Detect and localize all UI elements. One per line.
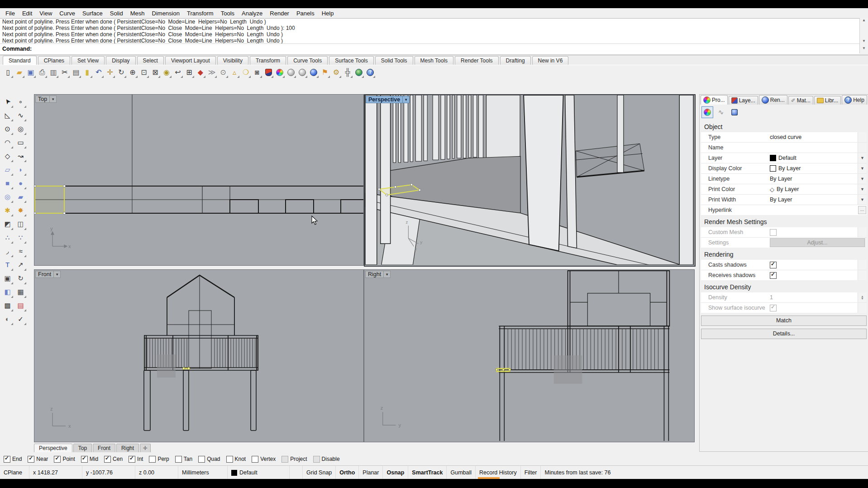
viewport-top-dropdown-icon[interactable]: ▼ bbox=[50, 96, 57, 103]
viewport-top-label[interactable]: Top ▼ bbox=[35, 96, 57, 103]
statusbar-toggle-planar[interactable]: Planar bbox=[359, 466, 383, 479]
panel-tab-mat[interactable]: ✐Mat... bbox=[788, 96, 813, 105]
isocurve-properties-icon[interactable] bbox=[729, 106, 740, 118]
osnap-disable[interactable]: Disable bbox=[313, 456, 340, 463]
offset-tool-icon[interactable]: ≈ bbox=[14, 244, 27, 258]
toolbar-tab-display[interactable]: Display bbox=[106, 56, 135, 65]
menu-solid[interactable]: Solid bbox=[106, 9, 127, 18]
osnap-knot-checkbox[interactable] bbox=[226, 456, 233, 463]
viewport-right-dropdown-icon[interactable]: ▼ bbox=[384, 271, 391, 278]
osnap-perp-checkbox[interactable] bbox=[149, 456, 156, 463]
undo-icon[interactable]: ↶ bbox=[93, 67, 104, 78]
curve-blend-tool-icon[interactable]: ↝ bbox=[14, 149, 27, 163]
osnap-knot[interactable]: Knot bbox=[226, 456, 246, 463]
osnap-near-checkbox[interactable] bbox=[28, 456, 34, 463]
options-icon[interactable]: ⚙ bbox=[331, 67, 342, 78]
menu-render[interactable]: Render bbox=[266, 9, 293, 18]
print-width-value[interactable]: By Layer bbox=[768, 196, 858, 203]
menu-surface[interactable]: Surface bbox=[79, 9, 106, 18]
toolbar-tab-visibility[interactable]: Visibility bbox=[217, 56, 248, 65]
select-tool-icon[interactable]: ➤ bbox=[1, 95, 14, 109]
point-tool-icon[interactable]: ∘ bbox=[14, 95, 27, 109]
menu-transform[interactable]: Transform bbox=[183, 9, 217, 18]
osnap-vertex-checkbox[interactable] bbox=[252, 456, 258, 463]
menu-file[interactable]: File bbox=[2, 9, 19, 18]
new-file-icon[interactable]: ▯ bbox=[3, 67, 14, 78]
osnap-disable-checkbox[interactable] bbox=[313, 456, 320, 463]
statusbar-toggle-osnap[interactable]: Osnap bbox=[383, 466, 408, 479]
osnap-point[interactable]: Point bbox=[54, 456, 75, 463]
ghosted-display-icon[interactable] bbox=[297, 67, 308, 78]
array-tool-icon[interactable]: ▦ bbox=[14, 285, 27, 299]
transform-icon[interactable]: ≫ bbox=[206, 67, 217, 78]
group-tool-icon[interactable]: ∵ bbox=[14, 231, 27, 244]
toolbar-tab-new-in-v6[interactable]: New in V6 bbox=[532, 56, 569, 65]
zoom-selected-icon[interactable]: ◉ bbox=[161, 67, 172, 78]
viewport-tab-right[interactable]: Right bbox=[116, 444, 139, 452]
viewport-tab-perspective[interactable]: Perspective bbox=[34, 444, 72, 452]
command-prompt-dropdown-icon[interactable]: ▼ bbox=[859, 43, 868, 53]
menu-view[interactable]: View bbox=[36, 9, 56, 18]
shade-tool-icon[interactable]: ◐ bbox=[1, 312, 14, 326]
record-history-tool-icon[interactable]: ▤ bbox=[14, 299, 27, 312]
toolbar-tab-standard[interactable]: Standard bbox=[3, 56, 37, 65]
menu-analyze[interactable]: Analyze bbox=[238, 9, 266, 18]
light-icon[interactable]: ❍ bbox=[240, 67, 251, 78]
layer-value[interactable]: Default bbox=[768, 155, 858, 161]
shaded-display-icon[interactable] bbox=[286, 67, 296, 78]
linetype-value[interactable]: By Layer bbox=[768, 176, 858, 182]
hyperlink-ellipsis-button[interactable]: ... bbox=[858, 206, 866, 214]
density-spinner[interactable]: ▲▼ bbox=[861, 295, 864, 300]
panel-tab-ren[interactable]: Ren... bbox=[759, 95, 787, 105]
osnap-cen[interactable]: Cen bbox=[104, 456, 123, 463]
point-cloud-tool-icon[interactable]: ∴ bbox=[1, 231, 14, 244]
toolbar-tab-solid-tools[interactable]: Solid Tools bbox=[375, 56, 413, 65]
casts-shadows-value[interactable] bbox=[768, 262, 858, 268]
viewport-perspective-label[interactable]: Perspective ▼ bbox=[366, 96, 410, 103]
viewport-right[interactable]: z y Right ▼ bbox=[364, 269, 695, 442]
toolbar-tab-set-view[interactable]: Set View bbox=[72, 56, 105, 65]
zoom-dynamic-icon[interactable]: ⊕ bbox=[127, 67, 138, 78]
rotate-tool-icon[interactable]: ↻ bbox=[14, 272, 27, 285]
osnap-vertex[interactable]: Vertex bbox=[252, 456, 276, 463]
cut-icon[interactable]: ✂ bbox=[59, 67, 70, 78]
rectangle-tool-icon[interactable]: ▭ bbox=[14, 136, 27, 149]
show-surface-isocurve-value[interactable] bbox=[768, 305, 858, 311]
save-icon[interactable]: ▣ bbox=[25, 67, 36, 78]
help-icon[interactable]: ? bbox=[365, 67, 376, 78]
casts-shadows-checkbox[interactable] bbox=[770, 262, 777, 268]
details-button[interactable]: Details... bbox=[701, 329, 867, 339]
command-history[interactable]: Next point of polyline. Press Enter when… bbox=[0, 18, 860, 44]
explode-tool-icon[interactable]: ✸ bbox=[14, 204, 27, 217]
rotate-view-icon[interactable]: ↻ bbox=[116, 67, 127, 78]
viewport-tab-front[interactable]: Front bbox=[93, 444, 115, 452]
osnap-project[interactable]: Project bbox=[281, 456, 307, 463]
toolbar-tab-render-tools[interactable]: Render Tools bbox=[455, 56, 499, 65]
ellipse-tool-icon[interactable]: ◎ bbox=[14, 122, 27, 136]
scroll-up-icon[interactable]: ▲ bbox=[862, 18, 866, 23]
toolbar-tab-curve-tools[interactable]: Curve Tools bbox=[287, 56, 328, 65]
statusbar-toggle-ortho[interactable]: Ortho bbox=[336, 466, 359, 479]
viewport-top[interactable]: y x Top ▼ bbox=[34, 94, 364, 266]
custom-mesh-value[interactable] bbox=[768, 229, 858, 236]
custom-mesh-checkbox[interactable] bbox=[770, 229, 777, 236]
toolbar-tab-surface-tools[interactable]: Surface Tools bbox=[329, 56, 374, 65]
toolbar-tab-viewport-layout[interactable]: Viewport Layout bbox=[165, 56, 216, 65]
menu-curve[interactable]: Curve bbox=[56, 9, 79, 18]
open-file-icon[interactable]: ▰ bbox=[14, 67, 25, 78]
solid-union-tool-icon[interactable]: ◧ bbox=[1, 285, 14, 299]
menu-tools[interactable]: Tools bbox=[217, 9, 238, 18]
dropdown-arrow-icon[interactable]: ▼ bbox=[858, 184, 867, 194]
receives-shadows-value[interactable] bbox=[768, 272, 858, 279]
osnap-int[interactable]: Int bbox=[129, 456, 143, 463]
render-icon[interactable] bbox=[263, 67, 274, 78]
dropdown-arrow-icon[interactable]: ▼ bbox=[858, 195, 867, 205]
curve-properties-icon[interactable]: ∿ bbox=[715, 106, 727, 118]
plane-tool-icon[interactable]: ▰ bbox=[14, 190, 27, 204]
settings-value[interactable]: Adjust... bbox=[768, 238, 865, 247]
notifications-icon[interactable]: ⚑ bbox=[320, 67, 330, 78]
show-surface-isocurve-checkbox[interactable] bbox=[770, 305, 777, 311]
osnap-end-checkbox[interactable] bbox=[4, 456, 10, 463]
boolean-union-tool-icon[interactable]: ✱ bbox=[1, 204, 14, 217]
osnap-perp[interactable]: Perp bbox=[149, 456, 169, 463]
